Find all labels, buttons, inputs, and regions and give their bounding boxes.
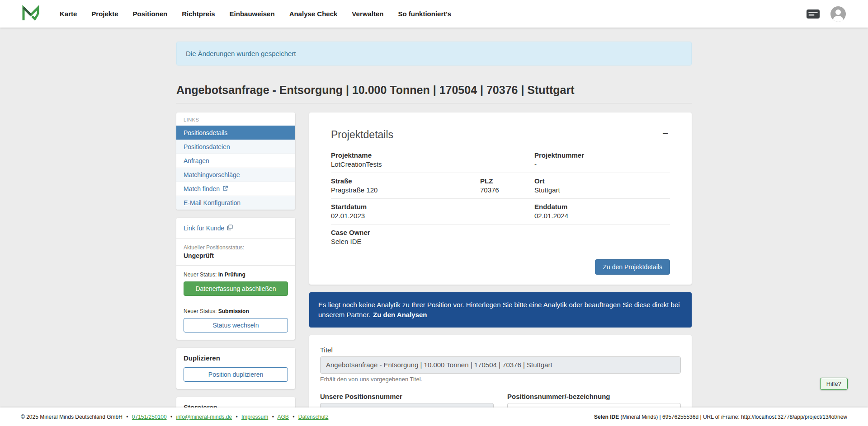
footer-session-meta: (Mineral Minds) | 69576255536d | URL of … [619,414,847,420]
sidebar-item-match-finden[interactable]: Match finden [176,182,295,196]
divider [176,302,295,302]
project-details-button[interactable]: Zu den Projektdetails [595,259,670,275]
new-status-value: Submission [218,308,249,314]
sidebar-item-email-konfiguration[interactable]: E-Mail Konfiguration [176,196,295,210]
field-value: LotCreationTests [331,160,534,168]
new-status-value: In Prüfung [218,272,245,278]
separator-dot: • [236,414,237,420]
footer: © 2025 Mineral Minds Deutschland GmbH • … [0,407,868,426]
separator-dot: • [292,414,294,420]
field-projektnummer: Projektnummer - [534,151,670,168]
footer-session-user: Selen IDE [594,414,619,420]
field-value: 02.01.2024 [534,212,670,220]
collapse-icon[interactable]: − [660,129,670,139]
main-content: Projektdetails − Projektname LotCreation… [309,112,692,426]
sidebar-item-positionsdateien[interactable]: Positionsdateien [176,140,295,154]
nav-item-analyse-check[interactable]: Analyse Check [282,1,345,27]
field-label: Case Owner [331,229,670,236]
new-status-label: Neuer Status: [184,308,217,314]
field-value: - [534,160,670,168]
copyright-text: © 2025 Mineral Minds Deutschland GmbH [21,414,123,420]
duplicate-position-button[interactable]: Position duplizieren [184,367,288,382]
project-details-title: Projektdetails [331,129,393,141]
project-row-dates: Startdatum 02.01.2023 Enddatum 02.01.202… [331,199,670,225]
field-label: Projektnummer [534,151,670,159]
page-container: Die Änderungen wurden gespeichert Angebo… [176,42,692,426]
nav-item-positionen[interactable]: Positionen [126,1,175,27]
title-divider [176,103,692,103]
sidebar-item-label: Anfragen [184,157,209,164]
external-link-icon [222,185,228,192]
sidebar-item-matchingvorschlaege[interactable]: Matchingvorschläge [176,168,295,182]
nav-item-karte[interactable]: Karte [52,1,84,27]
field-startdatum: Startdatum 02.01.2023 [331,203,534,220]
field-value: 02.01.2023 [331,212,534,220]
field-ort: Ort Stuttgart [534,177,670,194]
server-icon[interactable] [806,9,820,19]
position-designation-label: Positionsnummer/-bezeichnung [507,393,681,400]
field-value: Pragstraße 120 [331,186,480,194]
customer-link[interactable]: Link für Kunde [184,225,233,232]
help-button[interactable]: Hilfe? [820,378,848,390]
project-row-name-number: Projektname LotCreationTests Projektnumm… [331,147,670,173]
field-label: Projektname [331,151,534,159]
main-navigation: Karte Projekte Positionen Richtpreis Ein… [52,1,458,27]
links-card: LINKS Positionsdetails Positionsdateien … [176,112,295,210]
footer-datenschutz-link[interactable]: Datenschutz [298,414,329,420]
nav-item-einbauweisen[interactable]: Einbauweisen [222,1,282,27]
sidebar: LINKS Positionsdetails Positionsdateien … [176,112,295,426]
field-enddatum: Enddatum 02.01.2024 [534,203,670,220]
field-label: Startdatum [331,203,534,211]
new-status-label: Neuer Status: [184,272,217,278]
new-status-2: Neuer Status: Submission [184,308,288,314]
analytics-banner-link[interactable]: Zu den Analysen [373,311,427,318]
footer-phone-link[interactable]: 07151/250100 [132,414,167,420]
nav-item-richtpreis[interactable]: Richtpreis [175,1,222,27]
current-status-value: Ungeprüft [184,252,288,259]
analytics-banner: Es liegt noch keine Analytik zu Ihrer Po… [309,292,692,328]
nav-item-projekte[interactable]: Projekte [84,1,125,27]
new-status-1: Neuer Status: In Prüfung [184,272,288,278]
project-row-address: Straße Pragstraße 120 PLZ 70376 Ort Stut… [331,173,670,199]
field-label: Ort [534,177,670,185]
user-avatar-icon[interactable] [830,6,846,22]
field-value: Selen IDE [331,238,670,245]
field-projektname: Projektname LotCreationTests [331,151,534,168]
field-label: Enddatum [534,203,670,211]
analytics-banner-text: Es liegt noch keine Analytik zu Ihrer Po… [318,301,680,318]
sidebar-item-label: Matchingvorschläge [184,171,240,178]
field-strasse: Straße Pragstraße 120 [331,177,480,194]
complete-data-entry-button[interactable]: Datenerfassung abschließen [184,281,288,296]
copy-icon [227,225,233,232]
field-label: Straße [331,177,480,185]
field-value: 70376 [480,186,534,194]
footer-info: © 2025 Mineral Minds Deutschland GmbH • … [21,414,328,420]
nav-item-so-funktionierts[interactable]: So funktioniert's [391,1,458,27]
current-status-label: Aktueller Positionsstatus: [184,244,288,251]
nav-item-verwalten[interactable]: Verwalten [344,1,391,27]
titel-help: Erhält den von uns vorgegebenen Titel. [320,376,681,383]
project-row-case-owner: Case Owner Selen IDE [331,225,670,250]
footer-email-link[interactable]: info@mineral-minds.de [176,414,232,420]
sidebar-item-positionsdetails[interactable]: Positionsdetails [176,126,295,140]
footer-impressum-link[interactable]: Impressum [241,414,268,420]
customer-link-label: Link für Kunde [184,225,224,232]
status-card: Link für Kunde Aktueller Positionsstatus… [176,218,295,340]
brand-logo[interactable] [22,5,40,23]
links-card-header: LINKS [176,112,295,126]
footer-session-info: Selen IDE (Mineral Minds) | 69576255536d… [594,414,847,420]
switch-status-button[interactable]: Status wechseln [184,318,288,332]
sidebar-item-anfragen[interactable]: Anfragen [176,154,295,168]
saved-alert: Die Änderungen wurden gespeichert [176,42,692,66]
field-plz: PLZ 70376 [480,177,534,194]
titel-label: Titel [320,346,681,354]
project-details-card: Projektdetails − Projektname LotCreation… [309,112,692,285]
separator-dot: • [170,414,172,420]
saved-alert-text: Die Änderungen wurden gespeichert [186,50,296,57]
mineral-minds-logo-icon [22,5,40,23]
footer-agb-link[interactable]: AGB [278,414,289,420]
sidebar-item-label: Match finden [184,185,220,192]
separator-dot: • [272,414,274,420]
top-navbar: Karte Projekte Positionen Richtpreis Ein… [0,0,868,28]
sidebar-item-label: Positionsdetails [184,129,227,136]
